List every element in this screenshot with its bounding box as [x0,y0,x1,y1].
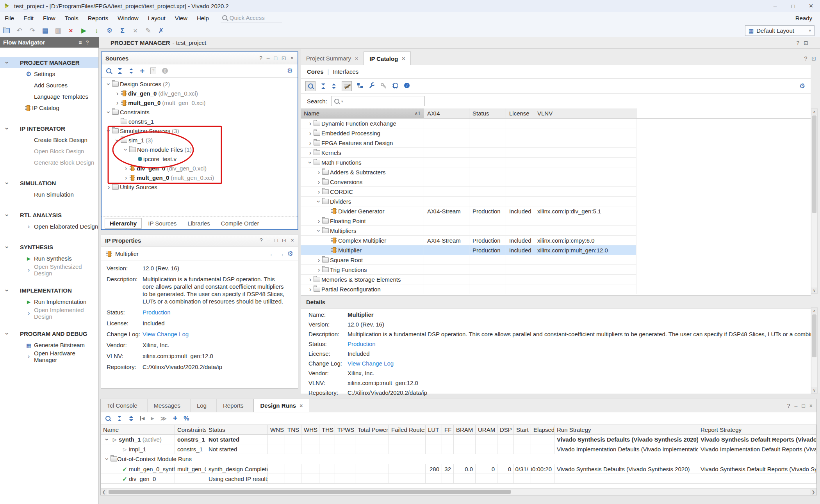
catalog-row[interactable]: Divider Generator AXI4-Stream Production… [301,206,811,216]
expander-icon[interactable] [316,257,322,263]
flow-navigator-item[interactable]: PROGRAM AND DEBUG [0,328,98,339]
runs-column-header[interactable]: URAM [476,425,497,435]
expander-icon[interactable] [307,277,314,282]
runs-column-header[interactable]: BRAM [454,425,476,435]
flow-help-icon[interactable]: ? [86,39,89,46]
expander-icon[interactable] [307,140,314,146]
float-icon[interactable]: ⊡ [811,55,816,62]
flow-navigator-item[interactable]: Add Sources [0,80,98,91]
search-icon[interactable] [106,68,111,73]
design-run-row[interactable]: impl_1 constrs_1 Not started [101,444,816,454]
hide-incompatible-ip-icon[interactable] [342,81,352,91]
flow-navigator-item[interactable]: Run Synthesis [0,253,98,264]
minimize-icon[interactable]: – [795,403,798,409]
design-run-row[interactable]: mult_gen_0_synth_1 mult_gen_0 synth_desi… [101,464,816,474]
float-icon[interactable]: ⊡ [282,237,287,243]
runs-column-header[interactable]: Status [206,425,268,435]
catalog-settings-gear-icon[interactable]: ⚙ [799,82,805,90]
wrench-icon[interactable] [369,82,375,90]
catalog-row[interactable]: Conversions [301,177,811,187]
scroll-up-arrow[interactable]: ∧ [811,109,817,115]
flow-navigator-item[interactable]: IP Catalog [0,102,98,114]
catalog-row[interactable]: Partial Reconfiguration [301,284,811,294]
sources-tree-row[interactable]: div_gen_0 (div_gen_0.xci) [102,89,298,98]
flow-navigator-item[interactable]: Generate Bitstream [0,339,98,351]
sigma-icon[interactable]: Σ [116,25,129,36]
properties-gear-icon[interactable]: ⚙ [287,250,293,258]
menu-item[interactable]: Help [192,12,214,24]
catalog-row[interactable]: CORDIC [301,187,811,197]
tab-project-summary[interactable]: Project Summary × [301,52,364,65]
runs-column-header[interactable]: TNS [285,425,301,435]
column-header-license[interactable]: License [506,108,534,118]
subtab-cores[interactable]: Cores [307,68,324,75]
scroll-down-arrow[interactable]: ∨ [811,287,817,293]
console-tab[interactable]: Messages [148,399,191,412]
window-close-button[interactable]: × [802,0,820,12]
runs-column-header[interactable]: WHS [301,425,319,435]
runs-column-header[interactable]: FF [442,425,454,435]
scroll-right-arrow[interactable]: ❯ [810,489,816,495]
help-icon[interactable]: ? [259,55,262,61]
window-minimize-button[interactable]: – [766,0,784,12]
pen-icon[interactable]: ✎ [142,25,155,36]
runs-column-header[interactable]: TPWS [335,425,355,435]
sources-tree-row[interactable]: Simulation Sources (3) [102,126,298,135]
group-by-icon[interactable] [357,82,364,90]
undo-icon[interactable]: ↶ [13,25,26,36]
back-arrow-icon[interactable]: ← [269,250,275,257]
close-icon[interactable]: × [291,55,294,61]
column-header-status[interactable]: Status [469,108,506,118]
menu-item[interactable]: Tools [60,12,83,24]
runs-column-header[interactable]: Run Strategy [554,425,698,435]
workspace-float-icon[interactable]: ⊡ [804,40,808,46]
runs-column-header[interactable]: Constraints [175,425,206,435]
flow-navigator-item[interactable]: Run Implementation [0,296,98,307]
expander-icon[interactable] [316,189,322,195]
help-icon[interactable]: ? [260,237,263,243]
step-icon[interactable]: ↓ [90,25,103,36]
close-icon[interactable]: × [291,237,294,243]
sources-tree-row[interactable]: mult_gen_0 (mult_gen_0.xci) [102,98,298,107]
console-tab[interactable]: Tcl Console [101,399,148,412]
sources-tree-row[interactable]: Non-module Files (1) [102,145,298,154]
catalog-search-input[interactable]: ▾ [331,96,425,106]
minimize-icon[interactable]: – [267,237,270,243]
flow-navigator-item[interactable]: Run Simulation [0,189,98,200]
run-icon[interactable]: ▶ [77,25,90,36]
expander-icon[interactable] [114,100,121,106]
flow-collapse-icon[interactable]: ≡ [78,39,82,46]
runs-column-header[interactable]: Name [101,425,175,435]
expander-icon[interactable] [307,130,314,136]
catalog-row[interactable]: FPGA Features and Design [301,138,811,148]
expander-icon[interactable] [316,267,322,273]
column-header-name[interactable]: Name ∧1 [301,108,424,118]
close-icon[interactable]: × [809,403,813,409]
runs-horizontal-scrollbar[interactable]: ❮ ❯ [101,488,816,495]
flow-navigator-item[interactable]: Open Implemented Design [0,307,98,319]
catalog-row[interactable]: Complex Multiplier AXI4-Stream Productio… [301,236,811,245]
search-toggle-icon[interactable] [305,81,316,91]
collapse-all-icon[interactable] [117,68,123,74]
maximize-icon[interactable]: □ [275,237,278,243]
expander-icon[interactable] [307,121,314,126]
expander-icon[interactable] [105,128,112,134]
flow-navigator-item[interactable]: Open Block Design [0,146,98,157]
maximize-icon[interactable]: □ [802,403,805,409]
expander-icon[interactable] [316,169,322,175]
expander-icon[interactable] [123,165,129,171]
flow-navigator-item[interactable]: RTL ANALYSIS [0,209,98,221]
design-run-row[interactable]: Out-of-Context Module Runs [101,454,816,464]
minimize-icon[interactable]: – [267,55,270,61]
menu-item[interactable]: Window [113,12,143,24]
catalog-row[interactable]: Dividers [301,197,811,206]
runs-column-header[interactable]: Failed Routes [389,425,426,435]
runs-column-header[interactable]: Start [514,425,531,435]
expander-icon[interactable] [307,150,314,156]
add-sources-icon[interactable]: + [140,66,144,76]
expander-icon[interactable] [316,228,322,234]
fast-forward-icon[interactable]: ≫ [160,415,167,422]
expander-icon[interactable] [316,218,322,224]
collapse-all-icon[interactable] [117,416,122,421]
flow-navigator-item[interactable]: SIMULATION [0,177,98,189]
